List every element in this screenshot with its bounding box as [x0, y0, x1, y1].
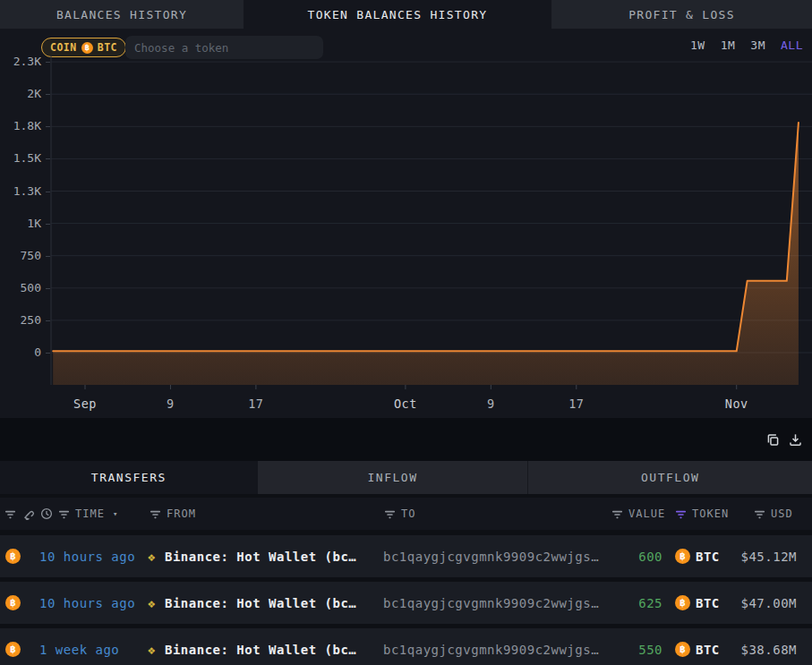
download-icon[interactable] [788, 432, 803, 448]
to-address[interactable]: bc1qaygjcgvgmnk9909c2wwjgs… [383, 582, 599, 624]
range-1w-button[interactable]: 1W [690, 38, 705, 52]
caret-down-icon[interactable]: ▾ [113, 509, 118, 518]
tab-transfers[interactable]: TRANSFERS [0, 461, 258, 494]
usd-cell: $45.12M [716, 535, 797, 577]
to-address[interactable]: bc1qaygjcgvgmnk9909c2wwjgs… [383, 628, 599, 665]
time-range-switcher: 1W 1M 3M ALL [690, 38, 803, 52]
range-all-button[interactable]: ALL [781, 38, 803, 52]
from-column-label: FROM [167, 507, 196, 520]
balance-area-chart[interactable] [0, 55, 812, 391]
tab-profit-loss[interactable]: PROFIT & LOSS [551, 0, 812, 29]
btc-chain-icon: ฿ [5, 582, 21, 624]
clock-icon [40, 507, 53, 520]
time-link[interactable]: 1 week ago [39, 628, 119, 665]
filter-icon[interactable] [384, 508, 396, 520]
chain-column-header [4, 498, 35, 530]
btc-icon: ฿ [81, 42, 93, 54]
token-balances-app: BALANCES HISTORY TOKEN BALANCES HISTORY … [0, 0, 812, 665]
btc-chain-icon: ฿ [5, 535, 21, 577]
usd-column-header: USD [754, 498, 793, 530]
tab-outflow[interactable]: OUTFLOW [527, 461, 812, 494]
from-address[interactable]: Binance: Hot Wallet (bc… [165, 628, 356, 665]
filter-icon[interactable] [4, 508, 16, 520]
x-axis-tick-label: Nov [725, 396, 748, 411]
top-tab-bar: BALANCES HISTORY TOKEN BALANCES HISTORY … [0, 0, 812, 29]
from-address[interactable]: Binance: Hot Wallet (bc… [165, 535, 356, 577]
btc-token-icon: ฿ [675, 582, 690, 624]
from-column-header: FROM [150, 498, 196, 530]
to-column-label: TO [401, 507, 415, 520]
x-axis-tick-label: 9 [487, 396, 495, 411]
value-column-header: VALUE [611, 498, 665, 530]
filter-icon[interactable] [754, 508, 765, 520]
table-row[interactable]: ฿ 10 hours ago ❖ Binance: Hot Wallet (bc… [0, 582, 812, 624]
binance-icon: ❖ [148, 582, 156, 624]
tab-balances-history[interactable]: BALANCES HISTORY [0, 0, 244, 29]
range-3m-button[interactable]: 3M [750, 38, 765, 52]
filter-icon[interactable] [150, 508, 161, 520]
time-column-header[interactable]: TIME ▾ [40, 498, 118, 530]
filter-icon[interactable] [611, 508, 623, 520]
link-icon[interactable] [21, 507, 35, 521]
value-cell: 550 [591, 628, 662, 665]
value-cell: 600 [591, 535, 662, 577]
filter-icon[interactable] [58, 508, 70, 520]
token-column-header: TOKEN [675, 498, 729, 530]
btc-chain-icon: ฿ [5, 628, 21, 665]
table-tab-bar: TRANSFERS INFLOW OUTFLOW [0, 461, 812, 494]
copy-icon[interactable] [765, 432, 781, 448]
x-axis-tick-label: Oct [394, 396, 417, 411]
value-column-label: VALUE [628, 507, 665, 520]
chart-toolbar [0, 418, 812, 461]
time-link[interactable]: 10 hours ago [39, 535, 135, 577]
binance-icon: ❖ [148, 628, 156, 665]
x-axis-tick-label: 9 [167, 396, 175, 411]
tab-inflow[interactable]: INFLOW [258, 461, 528, 494]
binance-icon: ❖ [148, 535, 156, 577]
to-address[interactable]: bc1qaygjcgvgmnk9909c2wwjgs… [383, 535, 599, 577]
table-row[interactable]: ฿ 10 hours ago ❖ Binance: Hot Wallet (bc… [0, 535, 812, 577]
from-address[interactable]: Binance: Hot Wallet (bc… [165, 582, 356, 624]
coin-chip-label: COIN [50, 41, 77, 54]
x-axis-tick-label: Sep [73, 396, 97, 411]
usd-cell: $38.68M [716, 628, 797, 665]
value-cell: 625 [591, 582, 662, 624]
coin-chip-symbol: BTC [98, 41, 117, 54]
tab-token-balances-history[interactable]: TOKEN BALANCES HISTORY [244, 0, 551, 29]
filter-icon-active[interactable] [675, 508, 687, 520]
token-column-label: TOKEN [692, 507, 729, 520]
coin-filter-chip[interactable]: COIN ฿ BTC [41, 38, 126, 57]
usd-cell: $47.00M [716, 582, 797, 624]
btc-token-icon: ฿ [675, 628, 690, 665]
time-column-label: TIME [75, 507, 105, 520]
time-link[interactable]: 10 hours ago [39, 582, 135, 624]
usd-column-label: USD [771, 507, 793, 520]
to-column-header: TO [384, 498, 415, 530]
transfers-table: TIME ▾ FROM TO VALUE [0, 494, 812, 665]
range-1m-button[interactable]: 1M [721, 38, 736, 52]
x-axis-tick-label: 17 [568, 396, 584, 411]
x-axis-tick-label: 17 [248, 396, 263, 411]
table-row[interactable]: ฿ 1 week ago ❖ Binance: Hot Wallet (bc… … [0, 628, 812, 665]
btc-token-icon: ฿ [675, 535, 690, 577]
transfers-table-header: TIME ▾ FROM TO VALUE [0, 498, 812, 530]
